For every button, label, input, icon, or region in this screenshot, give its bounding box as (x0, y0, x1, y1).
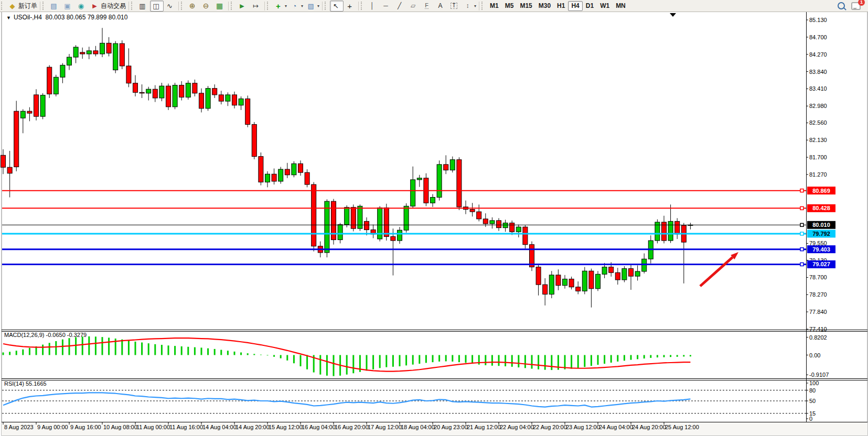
candle-body (345, 208, 349, 225)
line-chart-button[interactable] (164, 1, 177, 12)
arrows-icon (463, 2, 472, 10)
text-label-button[interactable] (448, 1, 462, 12)
timeframe-h4[interactable]: H4 (568, 1, 582, 11)
hline-marker[interactable] (800, 206, 803, 210)
navigator-button[interactable] (61, 1, 75, 12)
candle-body (596, 274, 601, 289)
candle-body (589, 271, 594, 289)
candle-body (675, 221, 680, 234)
periods-button[interactable]: ▾ (288, 1, 305, 12)
candle-body (67, 57, 72, 65)
hline-marker[interactable] (800, 248, 803, 251)
toolbar-grip (361, 2, 365, 10)
notifications-button[interactable]: 1 (851, 2, 861, 10)
timeframe-m15[interactable]: M15 (517, 1, 535, 11)
candle-body (199, 93, 204, 108)
notification-badge: 1 (858, 0, 865, 6)
dropdown-caret-icon[interactable]: ▾ (474, 4, 476, 8)
candle-body (212, 89, 217, 95)
candle-body (365, 221, 369, 230)
hline-marker[interactable] (800, 223, 803, 226)
candle-body (226, 95, 230, 101)
candle-body (292, 164, 296, 175)
price-badge-label: 79.403 (812, 246, 830, 253)
bar-chart-button[interactable] (136, 1, 150, 12)
hline-marker[interactable] (800, 232, 803, 235)
zoom-in-button[interactable] (186, 1, 200, 12)
timeframe-mn[interactable]: MN (613, 1, 629, 11)
horizontal-line-icon (381, 2, 390, 10)
new-order-icon (8, 2, 17, 10)
dropdown-caret-icon[interactable]: ▾ (301, 4, 303, 8)
templates-button[interactable]: ▾ (305, 1, 321, 12)
time-tick-label: 15 Aug 12:00 (269, 424, 303, 430)
candle-body (470, 209, 475, 212)
timeframe-m5[interactable]: M5 (502, 1, 517, 11)
cursor-button[interactable] (330, 1, 344, 12)
signals-button[interactable] (75, 1, 89, 12)
periods-icon (290, 2, 299, 10)
candle-body (523, 227, 528, 245)
candle-body (80, 52, 85, 54)
candle-body (146, 89, 151, 93)
search-icon[interactable] (838, 2, 845, 9)
candle-body (629, 269, 634, 277)
arrows-button[interactable]: ▾ (462, 1, 478, 12)
time-tick-label: 11 Aug 16:00 (169, 424, 203, 430)
auto-trading-button[interactable]: 自动交易 (89, 1, 127, 12)
candle-body (47, 67, 52, 94)
candle-body (133, 83, 138, 93)
chart-window-button[interactable] (48, 1, 61, 12)
text-button[interactable] (434, 1, 448, 12)
tile-windows-button[interactable] (213, 1, 227, 12)
candle-body (543, 285, 548, 294)
auto-scroll-button[interactable] (236, 1, 250, 12)
vertical-line-icon (368, 2, 377, 10)
dropdown-caret-icon[interactable]: ▾ (285, 4, 287, 8)
navigator-icon (63, 2, 72, 10)
time-tick-label: 18 Aug 04:00 (401, 424, 435, 430)
timeframe-m5-label: M5 (505, 2, 514, 9)
new-order-button[interactable]: 新订单 (6, 1, 39, 12)
time-tick-label: 22 Aug 04:00 (500, 424, 534, 430)
time-tick-label: 14 Aug 04:00 (202, 424, 237, 430)
collapse-triangle-icon[interactable]: ▼ (6, 15, 11, 20)
candle-body (239, 99, 243, 105)
price-tick-label: 81.700 (809, 154, 827, 160)
fibonacci-button[interactable] (421, 1, 434, 12)
trendline-button[interactable] (393, 1, 407, 12)
toolbar-separator (322, 2, 323, 10)
indicators-button[interactable]: ▾ (272, 1, 288, 12)
hline-marker[interactable] (800, 189, 803, 192)
candle-body (126, 66, 131, 83)
fibonacci-icon (422, 2, 431, 10)
chart-shift-button[interactable] (250, 1, 263, 12)
equidistant-channel-button[interactable] (407, 1, 421, 12)
zoom-out-button[interactable] (200, 1, 213, 12)
toolbar-separator (358, 2, 359, 10)
signals-icon (77, 2, 85, 10)
candlestick-chart-button[interactable] (150, 1, 164, 12)
hline-marker[interactable] (800, 263, 803, 266)
zoom-in-icon (188, 2, 197, 10)
time-axis[interactable]: 8 Aug 20239 Aug 00:009 Aug 16:0010 Aug 0… (3, 422, 699, 430)
toolbar-separator (178, 2, 179, 10)
timeframe-m1[interactable]: M1 (487, 1, 502, 11)
chart-title: ▼USOil-,H4 80.003 80.065 79.899 80.010 (6, 14, 127, 21)
timeframe-d1[interactable]: D1 (583, 1, 597, 11)
price-chart[interactable]: 85.13084.70084.27083.84083.41082.98082.5… (0, 0, 868, 436)
dropdown-caret-icon[interactable]: ▾ (317, 4, 319, 8)
candle-body (113, 43, 118, 70)
price-badge-label: 79.792 (812, 231, 830, 237)
main-toolbar: 新订单自动交易▾▾▾▾M1M5M15M30H1H4D1W1MN1 (0, 0, 868, 12)
timeframe-w1[interactable]: W1 (597, 1, 613, 11)
timeframe-h1[interactable]: H1 (554, 1, 568, 11)
timeframe-m30[interactable]: M30 (535, 1, 554, 11)
crosshair-button[interactable] (344, 1, 357, 12)
horizontal-line-button[interactable] (380, 1, 393, 12)
timeframe-m30-label: M30 (539, 2, 551, 9)
candle-body (285, 169, 290, 175)
candle-body (140, 92, 144, 93)
candle-body (245, 99, 250, 125)
vertical-line-button[interactable] (366, 1, 380, 12)
